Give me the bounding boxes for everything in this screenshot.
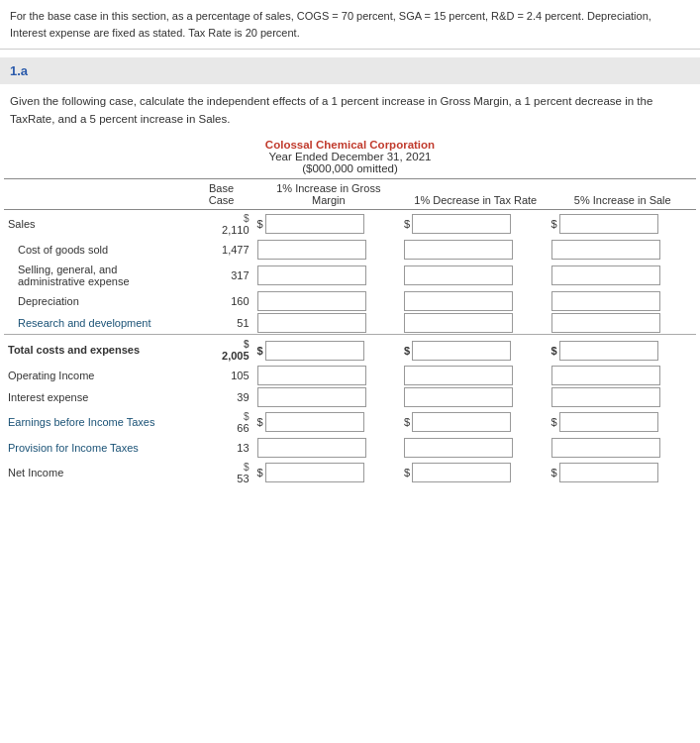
input-cell: [402, 290, 549, 312]
financial-input[interactable]: [404, 366, 513, 385]
row-label: Depreciation: [4, 290, 188, 312]
input-cell: $: [402, 209, 549, 239]
financial-input[interactable]: [257, 366, 366, 385]
dollar-sign: $: [257, 416, 265, 428]
financial-input[interactable]: [551, 240, 660, 260]
col3-header: 5% Increase in Sale: [550, 178, 697, 209]
dollar-sign: $: [404, 467, 412, 478]
financial-input[interactable]: [559, 463, 658, 482]
financial-input[interactable]: [404, 313, 513, 333]
financial-input[interactable]: [551, 291, 660, 311]
financial-input[interactable]: [265, 341, 364, 361]
financial-input[interactable]: [257, 265, 366, 285]
financial-input[interactable]: [257, 438, 366, 458]
financial-input[interactable]: [412, 214, 511, 234]
input-cell: $: [550, 209, 697, 239]
financial-input[interactable]: [257, 313, 366, 333]
input-cell: [402, 261, 549, 290]
financial-input[interactable]: [551, 265, 660, 285]
input-cell: [255, 239, 402, 261]
row-label: Interest expense: [4, 386, 188, 408]
financial-input[interactable]: [257, 240, 366, 260]
input-cell: [550, 386, 697, 408]
input-cell: $: [255, 459, 402, 487]
row-label: Selling, general, andadministrative expe…: [4, 261, 188, 290]
financial-input[interactable]: [412, 412, 511, 432]
financial-input[interactable]: [404, 240, 513, 260]
base-value: 317: [188, 261, 255, 290]
input-cell: $: [255, 334, 402, 365]
base-value: 105: [188, 365, 255, 386]
input-cell: [402, 437, 549, 459]
omitted-line: ($000,000 omitted): [0, 162, 700, 174]
financial-input[interactable]: [412, 341, 511, 361]
dollar-sign: $: [257, 345, 265, 357]
input-cell: $: [255, 209, 402, 239]
col2-header: 1% Decrease in Tax Rate: [402, 178, 549, 209]
input-cell: $: [402, 334, 549, 365]
row-label: Research and development: [4, 312, 188, 335]
input-cell: [550, 261, 697, 290]
dollar-sign: $: [551, 345, 559, 357]
dollar-sign: $: [257, 218, 265, 230]
row-label: Provision for Income Taxes: [4, 437, 188, 459]
input-cell: [255, 365, 402, 386]
input-cell: [402, 312, 549, 335]
dollar-sign: $: [551, 218, 559, 230]
top-note: For the base case in this section, as a …: [0, 0, 700, 50]
financial-input[interactable]: [551, 387, 660, 407]
financial-input[interactable]: [404, 438, 513, 458]
financial-input[interactable]: [412, 463, 511, 482]
dollar-sign: $: [404, 416, 412, 428]
row-label: Sales: [4, 209, 188, 239]
row-label: Operating Income: [4, 365, 188, 386]
input-cell: $: [550, 334, 697, 365]
input-cell: $: [402, 459, 549, 487]
input-cell: [550, 365, 697, 386]
financial-table: BaseCase 1% Increase in Gross Margin 1% …: [4, 178, 696, 487]
financial-input[interactable]: [551, 313, 660, 333]
financial-input[interactable]: [559, 214, 658, 234]
financial-input[interactable]: [551, 438, 660, 458]
base-value: $2,005: [188, 334, 255, 365]
financial-input[interactable]: [265, 412, 364, 432]
base-value: $53: [188, 459, 255, 487]
input-cell: [550, 290, 697, 312]
financial-input[interactable]: [257, 291, 366, 311]
dollar-sign: $: [404, 345, 412, 357]
corp-name: Colossal Chemical Corporation: [0, 139, 700, 151]
input-cell: [255, 312, 402, 335]
question-text: Given the following case, calculate the …: [0, 84, 700, 133]
row-label: Cost of goods sold: [4, 239, 188, 261]
financial-input[interactable]: [551, 366, 660, 385]
dollar-sign: $: [551, 416, 559, 428]
input-cell: [550, 437, 697, 459]
base-value: 13: [188, 437, 255, 459]
financial-input[interactable]: [265, 463, 364, 482]
table-container: BaseCase 1% Increase in Gross Margin 1% …: [0, 178, 700, 487]
input-cell: [402, 365, 549, 386]
input-cell: $: [255, 408, 402, 437]
input-cell: $: [402, 408, 549, 437]
financial-input[interactable]: [404, 387, 513, 407]
base-case-header: BaseCase: [188, 178, 255, 209]
financial-input[interactable]: [559, 412, 658, 432]
year-line: Year Ended December 31, 2021: [0, 151, 700, 162]
financial-input[interactable]: [257, 387, 366, 407]
financial-input[interactable]: [265, 214, 364, 234]
input-cell: $: [550, 408, 697, 437]
corp-header: Colossal Chemical Corporation Year Ended…: [0, 133, 700, 178]
col-label-header: [4, 178, 188, 209]
base-value: 39: [188, 386, 255, 408]
input-cell: $: [550, 459, 697, 487]
input-cell: [402, 239, 549, 261]
financial-input[interactable]: [404, 291, 513, 311]
input-cell: [550, 312, 697, 335]
input-cell: [255, 261, 402, 290]
financial-input[interactable]: [559, 341, 658, 361]
dollar-sign: $: [257, 467, 265, 478]
col1-header: 1% Increase in Gross Margin: [255, 178, 402, 209]
base-value: 51: [188, 312, 255, 335]
dollar-sign: $: [551, 467, 559, 478]
financial-input[interactable]: [404, 265, 513, 285]
